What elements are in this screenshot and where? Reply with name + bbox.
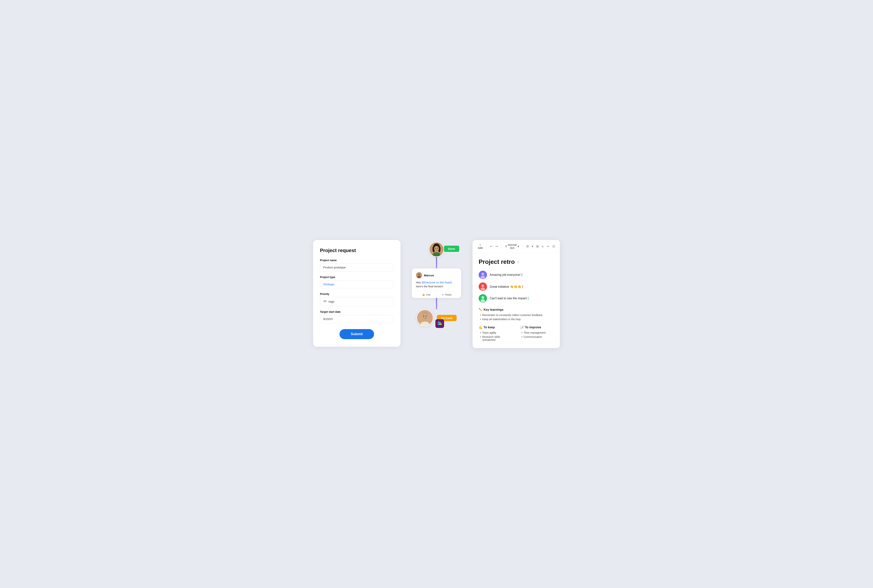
columns-icon[interactable]: ⊞ (535, 244, 540, 249)
retro-avatar-3 (479, 294, 487, 303)
to-improve-1: Time management (521, 331, 554, 335)
done-badge: Done (444, 246, 460, 252)
flow-line-top (436, 257, 437, 268)
submit-button[interactable]: Submit (340, 329, 374, 339)
like-icon: 👍 (422, 293, 425, 296)
svg-point-18 (421, 322, 429, 326)
text-format-icon: T (505, 245, 507, 248)
to-keep-1: Team agility (480, 331, 512, 335)
project-request-card: Project request Project name Project typ… (313, 240, 400, 347)
cursor-3 (528, 297, 528, 300)
star-icon[interactable]: ☆ (517, 260, 520, 264)
retro-panel: + Add ↩ ↪ T Normal text ▾ ☰ ▾ ⊞ ≡ ≔ ☑ (473, 240, 560, 348)
retro-comment-list: Amazing job everyone! Great init (479, 271, 554, 303)
svg-point-8 (437, 248, 438, 249)
to-improve-2: Communication (521, 335, 554, 339)
priority-input[interactable]: High (320, 297, 394, 306)
cursor-2 (523, 285, 523, 288)
svg-point-9 (433, 252, 440, 257)
text-format-select[interactable]: T Normal text ▾ (504, 243, 520, 250)
svg-point-15 (422, 314, 428, 320)
svg-point-1 (325, 301, 326, 302)
retro-title-row: Project retro ☆ (479, 258, 554, 266)
retro-comment-1: Amazing job everyone! (479, 271, 554, 279)
key-learnings-title: ✏️ Key learnings (479, 308, 554, 312)
svg-rect-27 (439, 323, 441, 324)
retro-toolbar: + Add ↩ ↪ T Normal text ▾ ☰ ▾ ⊞ ≡ ≔ ☑ (473, 240, 560, 253)
comment-username: Marcus (424, 274, 434, 277)
flow-line-bottom (436, 298, 437, 309)
like-label: Like (426, 293, 431, 296)
chevron-down-icon: ▾ (518, 245, 519, 248)
svg-point-7 (435, 248, 436, 249)
to-improve-col: 📝 To improve Time management Communicati… (520, 326, 554, 342)
undo-redo-group: ↩ ↪ (489, 244, 499, 249)
add-button[interactable]: + Add (476, 243, 484, 250)
to-keep-title: 💪 To keep (479, 326, 512, 329)
project-type-group: Project type (320, 276, 394, 288)
comment-body: Hey @Everyone on this board, here's the … (416, 280, 457, 288)
main-container: Project request Project name Project typ… (313, 240, 560, 348)
align-chevron[interactable]: ▾ (530, 244, 535, 249)
retro-avatar-1 (479, 271, 487, 279)
start-date-label: Target start date (320, 310, 394, 314)
flow-avatar-bottom (416, 309, 433, 326)
start-date-input[interactable] (320, 315, 394, 323)
to-keep-2: Research skills unmatched (480, 335, 512, 342)
checkbox-icon[interactable]: ☑ (551, 244, 556, 249)
text-format-label: Normal text (508, 243, 516, 249)
comment-text-before: Hey (416, 281, 422, 284)
to-improve-list: Time management Communication (520, 331, 554, 339)
reply-icon: ↩ (442, 293, 444, 296)
retro-body: Project retro ☆ Amazing job everyone (473, 253, 560, 348)
svg-point-30 (481, 273, 484, 275)
retro-comment-text-3: Can't wait to see the impact (490, 297, 528, 300)
redo-button[interactable]: ↪ (494, 244, 499, 249)
align-icon[interactable]: ☰ (525, 244, 530, 249)
key-learnings-emoji: ✏️ (479, 308, 482, 312)
reply-button[interactable]: ↩ Reply (437, 291, 457, 298)
to-improve-title: 📝 To improve (520, 326, 554, 329)
svg-point-33 (481, 284, 484, 287)
comment-card: Marcus Hey @Everyone on this board, here… (412, 268, 461, 298)
flow-avatar-top (429, 242, 444, 257)
to-keep-emoji: 💪 (479, 326, 482, 329)
svg-point-37 (481, 299, 485, 302)
format-group: ☰ ▾ ⊞ ≡ ≔ ☑ (525, 244, 556, 249)
comment-mention: @Everyone on this board (422, 281, 451, 284)
key-learnings-list: Remember to constantly collect customer … (479, 313, 554, 321)
key-learning-1: Remember to constantly collect customer … (480, 313, 554, 317)
retro-comment-text-1: Amazing job everyone! (490, 273, 522, 276)
slack-icon: # (435, 319, 444, 328)
to-keep-list: Team agility Research skills unmatched (479, 331, 512, 342)
reply-label: Reply (445, 293, 451, 296)
retro-avatar-2 (479, 282, 487, 291)
like-button[interactable]: 👍 Like (416, 291, 437, 298)
priority-value: High (329, 300, 334, 303)
priority-label: Priority (320, 292, 394, 296)
retro-comment-3: Can't wait to see the impact (479, 294, 554, 303)
project-type-input[interactable] (320, 280, 394, 288)
project-name-label: Project name (320, 259, 394, 262)
start-date-group: Target start date (320, 310, 394, 323)
cursor-1 (522, 273, 522, 276)
svg-point-17 (426, 316, 427, 316)
flow-panel: Done Marcus Hey @Everyone on this board,… (407, 240, 466, 326)
svg-point-16 (423, 316, 424, 316)
project-name-input[interactable] (320, 263, 394, 272)
flow-bottom-row: # On track (416, 309, 457, 326)
numbered-list-icon[interactable]: ≔ (545, 244, 551, 249)
key-learning-2: Keep all stakeholders in the loop (480, 317, 554, 321)
form-title: Project request (320, 248, 394, 254)
comment-header: Marcus (416, 272, 457, 278)
to-keep-col: 💪 To keep Team agility Research skills u… (479, 326, 512, 342)
retro-two-col: 💪 To keep Team agility Research skills u… (479, 326, 554, 342)
svg-point-0 (324, 300, 326, 302)
undo-button[interactable]: ↩ (489, 244, 494, 249)
comment-actions: 👍 Like ↩ Reply (416, 291, 457, 298)
project-type-label: Project type (320, 276, 394, 279)
key-learnings-section: ✏️ Key learnings Remember to constantly … (479, 308, 554, 321)
bullet-list-icon[interactable]: ≡ (541, 244, 545, 249)
priority-group: Priority High (320, 292, 394, 306)
svg-point-6 (434, 246, 439, 252)
